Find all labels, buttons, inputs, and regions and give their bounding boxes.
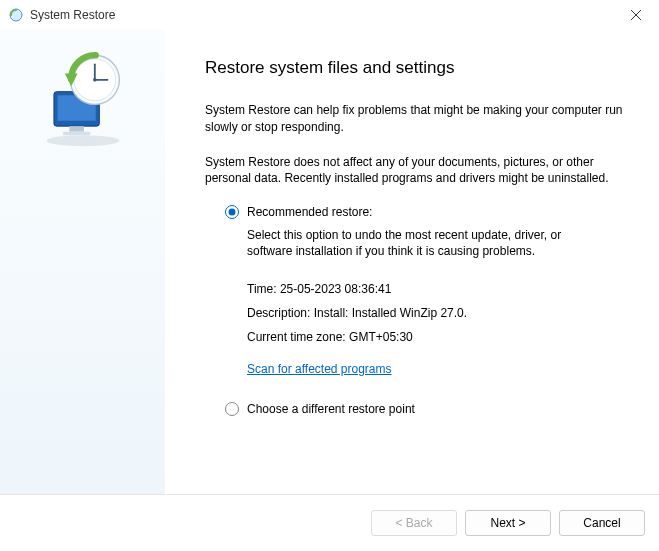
- radio-recommended[interactable]: [225, 205, 239, 219]
- window-title: System Restore: [30, 8, 115, 22]
- content-area: Restore system files and settings System…: [0, 30, 659, 495]
- different-restore-option[interactable]: Choose a different restore point: [225, 402, 629, 416]
- close-icon: [631, 10, 641, 20]
- close-button[interactable]: [613, 0, 659, 30]
- restore-illustration-icon: [33, 48, 133, 148]
- restore-timezone: Current time zone: GMT+05:30: [247, 330, 629, 344]
- svg-rect-8: [63, 132, 90, 136]
- cancel-button[interactable]: Cancel: [559, 510, 645, 536]
- desc-value: Install: Installed WinZip 27.0.: [314, 306, 467, 320]
- recommended-restore-option[interactable]: Recommended restore:: [225, 205, 629, 219]
- time-value: 25-05-2023 08:36:41: [280, 282, 391, 296]
- titlebar: System Restore: [0, 0, 659, 30]
- svg-point-4: [46, 135, 119, 146]
- svg-rect-7: [69, 126, 84, 131]
- svg-point-13: [93, 78, 97, 82]
- recommended-description: Select this option to undo the most rece…: [247, 227, 587, 259]
- intro-paragraph-2: System Restore does not affect any of yo…: [205, 154, 629, 188]
- restore-description: Description: Install: Installed WinZip 2…: [247, 306, 629, 320]
- scan-affected-programs-link[interactable]: Scan for affected programs: [247, 362, 392, 376]
- next-button[interactable]: Next >: [465, 510, 551, 536]
- restore-time: Time: 25-05-2023 08:36:41: [247, 282, 629, 296]
- restore-options: Recommended restore: Select this option …: [225, 205, 629, 415]
- time-label: Time:: [247, 282, 280, 296]
- tz-label: Current time zone:: [247, 330, 349, 344]
- tz-value: GMT+05:30: [349, 330, 413, 344]
- desc-label: Description:: [247, 306, 314, 320]
- intro-paragraph-1: System Restore can help fix problems tha…: [205, 102, 629, 136]
- radio-different[interactable]: [225, 402, 239, 416]
- different-label: Choose a different restore point: [247, 402, 415, 416]
- main-panel: Restore system files and settings System…: [165, 30, 659, 494]
- back-button: < Back: [371, 510, 457, 536]
- recommended-label: Recommended restore:: [247, 205, 372, 219]
- page-heading: Restore system files and settings: [205, 58, 629, 78]
- wizard-footer: < Back Next > Cancel: [0, 495, 659, 551]
- system-restore-icon: [8, 7, 24, 23]
- sidebar-image-panel: [0, 30, 165, 494]
